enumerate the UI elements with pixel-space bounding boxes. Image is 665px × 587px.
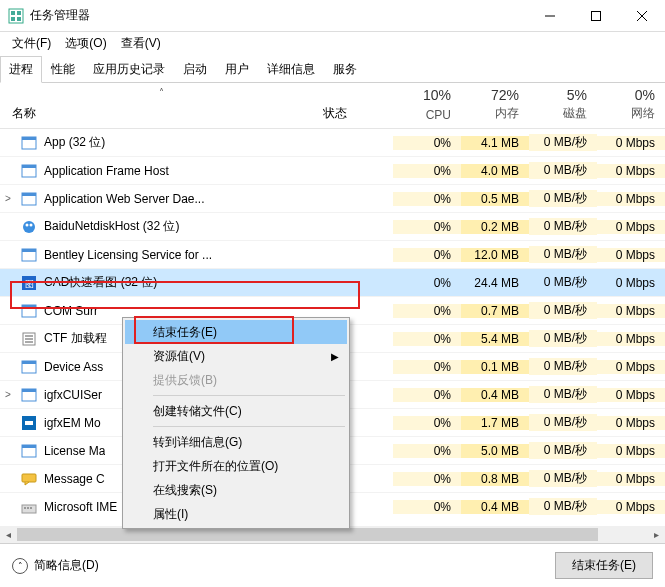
close-button[interactable] bbox=[619, 0, 665, 32]
svg-rect-31 bbox=[22, 389, 36, 392]
svg-rect-23 bbox=[22, 305, 36, 308]
process-icon bbox=[20, 443, 38, 459]
mem-cell: 12.0 MB bbox=[461, 248, 529, 262]
disk-cell: 0 MB/秒 bbox=[529, 414, 597, 431]
process-row[interactable]: >Application Web Server Dae...0%0.5 MB0 … bbox=[0, 185, 665, 213]
process-name: Microsoft IME bbox=[44, 500, 117, 514]
cpu-cell: 0% bbox=[393, 248, 461, 262]
menu-options[interactable]: 选项(O) bbox=[59, 33, 112, 54]
svg-rect-29 bbox=[22, 361, 36, 364]
fewer-details-label: 简略信息(D) bbox=[34, 557, 99, 574]
process-icon bbox=[20, 387, 38, 403]
tab-5[interactable]: 详细信息 bbox=[258, 56, 324, 82]
process-row[interactable]: Application Frame Host0%4.0 MB0 MB/秒0 Mb… bbox=[0, 157, 665, 185]
tab-6[interactable]: 服务 bbox=[324, 56, 366, 82]
mem-cell: 0.7 MB bbox=[461, 304, 529, 318]
context-menu-item[interactable]: 属性(I) bbox=[125, 502, 347, 526]
tab-4[interactable]: 用户 bbox=[216, 56, 258, 82]
end-task-button[interactable]: 结束任务(E) bbox=[555, 552, 653, 579]
column-headers: ˄ 名称 状态 10%CPU 72%内存 5%磁盘 0%网络 bbox=[0, 83, 665, 129]
disk-cell: 0 MB/秒 bbox=[529, 442, 597, 459]
process-name: igfxCUISer bbox=[44, 388, 102, 402]
mem-cell: 0.8 MB bbox=[461, 472, 529, 486]
net-cell: 0 Mbps bbox=[597, 276, 665, 290]
svg-rect-19 bbox=[22, 249, 36, 252]
context-menu-item[interactable]: 资源值(V)▶ bbox=[125, 344, 347, 368]
svg-rect-1 bbox=[11, 11, 15, 15]
col-cpu[interactable]: 10%CPU bbox=[393, 83, 461, 128]
scroll-right-icon[interactable]: ▸ bbox=[648, 526, 665, 543]
context-menu-item[interactable]: 在线搜索(S) bbox=[125, 478, 347, 502]
cpu-cell: 0% bbox=[393, 220, 461, 234]
svg-rect-36 bbox=[22, 474, 36, 482]
process-name-cell: 图CAD快速看图 (32 位) bbox=[16, 274, 323, 291]
expand-icon[interactable]: > bbox=[0, 193, 16, 204]
process-name: Message C bbox=[44, 472, 105, 486]
app-icon bbox=[8, 8, 24, 24]
process-name: BaiduNetdiskHost (32 位) bbox=[44, 218, 179, 235]
process-row[interactable]: Bentley Licensing Service for ...0%12.0 … bbox=[0, 241, 665, 269]
scroll-thumb[interactable] bbox=[17, 528, 598, 541]
mem-cell: 0.2 MB bbox=[461, 220, 529, 234]
process-row[interactable]: 图CAD快速看图 (32 位)0%24.4 MB0 MB/秒0 Mbps bbox=[0, 269, 665, 297]
process-name-cell: BaiduNetdiskHost (32 位) bbox=[16, 218, 323, 235]
disk-cell: 0 MB/秒 bbox=[529, 470, 597, 487]
process-icon bbox=[20, 135, 38, 151]
tab-0[interactable]: 进程 bbox=[0, 56, 42, 83]
disk-cell: 0 MB/秒 bbox=[529, 162, 597, 179]
tab-2[interactable]: 应用历史记录 bbox=[84, 56, 174, 82]
fewer-details-button[interactable]: ˄ 简略信息(D) bbox=[12, 557, 99, 574]
minimize-button[interactable] bbox=[527, 0, 573, 32]
maximize-button[interactable] bbox=[573, 0, 619, 32]
context-menu-item[interactable]: 结束任务(E) bbox=[125, 320, 347, 344]
svg-rect-4 bbox=[17, 17, 21, 21]
mem-cell: 1.7 MB bbox=[461, 416, 529, 430]
process-name: License Ma bbox=[44, 444, 105, 458]
svg-rect-3 bbox=[11, 17, 15, 21]
net-cell: 0 Mbps bbox=[597, 472, 665, 486]
cpu-cell: 0% bbox=[393, 388, 461, 402]
net-cell: 0 Mbps bbox=[597, 416, 665, 430]
process-name: Application Web Server Dae... bbox=[44, 192, 205, 206]
expand-icon[interactable]: > bbox=[0, 389, 16, 400]
scroll-left-icon[interactable]: ◂ bbox=[0, 526, 17, 543]
process-name: CAD快速看图 (32 位) bbox=[44, 274, 157, 291]
cpu-cell: 0% bbox=[393, 472, 461, 486]
context-menu-item[interactable]: 打开文件所在的位置(O) bbox=[125, 454, 347, 478]
cpu-cell: 0% bbox=[393, 332, 461, 346]
cpu-cell: 0% bbox=[393, 416, 461, 430]
cpu-cell: 0% bbox=[393, 276, 461, 290]
context-menu-item[interactable]: 转到详细信息(G) bbox=[125, 430, 347, 454]
col-status[interactable]: 状态 bbox=[323, 83, 393, 128]
footer-bar: ˄ 简略信息(D) 结束任务(E) bbox=[0, 543, 665, 587]
col-network[interactable]: 0%网络 bbox=[597, 83, 665, 128]
mem-cell: 4.1 MB bbox=[461, 136, 529, 150]
col-memory[interactable]: 72%内存 bbox=[461, 83, 529, 128]
process-name: Bentley Licensing Service for ... bbox=[44, 248, 212, 262]
mem-cell: 4.0 MB bbox=[461, 164, 529, 178]
tab-1[interactable]: 性能 bbox=[42, 56, 84, 82]
col-disk[interactable]: 5%磁盘 bbox=[529, 83, 597, 128]
process-row[interactable]: BaiduNetdiskHost (32 位)0%0.2 MB0 MB/秒0 M… bbox=[0, 213, 665, 241]
mem-cell: 0.4 MB bbox=[461, 500, 529, 514]
process-row[interactable]: App (32 位)0%4.1 MB0 MB/秒0 Mbps bbox=[0, 129, 665, 157]
process-name: COM Surr bbox=[44, 304, 98, 318]
menu-separator bbox=[153, 426, 345, 427]
menu-view[interactable]: 查看(V) bbox=[115, 33, 167, 54]
col-name[interactable]: ˄ 名称 bbox=[0, 83, 323, 128]
disk-cell: 0 MB/秒 bbox=[529, 274, 597, 291]
svg-point-16 bbox=[26, 223, 29, 226]
net-cell: 0 Mbps bbox=[597, 360, 665, 374]
svg-rect-38 bbox=[24, 507, 26, 509]
menu-file[interactable]: 文件(F) bbox=[6, 33, 57, 54]
context-menu-item[interactable]: 创建转储文件(C) bbox=[125, 399, 347, 423]
process-icon bbox=[20, 303, 38, 319]
disk-cell: 0 MB/秒 bbox=[529, 386, 597, 403]
net-cell: 0 Mbps bbox=[597, 388, 665, 402]
title-bar: 任务管理器 bbox=[0, 0, 665, 32]
process-name-cell: Bentley Licensing Service for ... bbox=[16, 247, 323, 263]
tab-strip: 进程性能应用历史记录启动用户详细信息服务 bbox=[0, 56, 665, 83]
svg-rect-12 bbox=[22, 165, 36, 168]
context-menu-item: 提供反馈(B) bbox=[125, 368, 347, 392]
tab-3[interactable]: 启动 bbox=[174, 56, 216, 82]
